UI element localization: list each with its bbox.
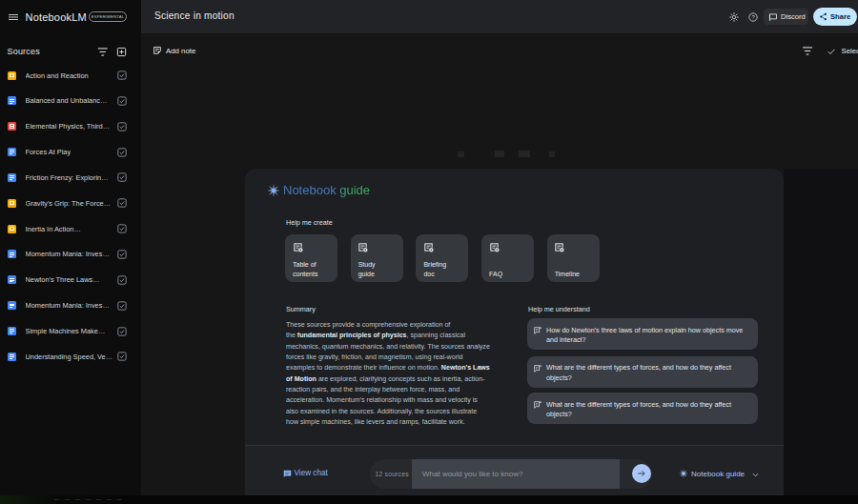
svg-text:?: ? — [751, 14, 755, 20]
